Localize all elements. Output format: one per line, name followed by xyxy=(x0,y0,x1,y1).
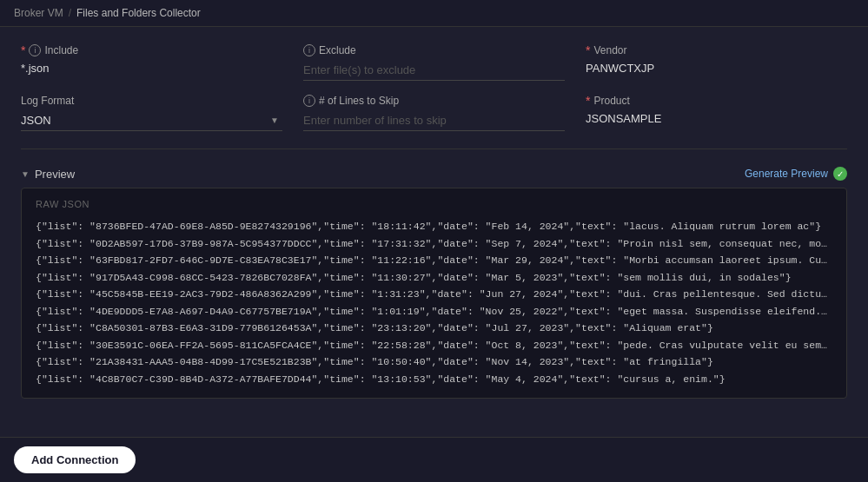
exclude-input[interactable] xyxy=(303,60,565,81)
preview-chevron-icon: ▼ xyxy=(21,169,30,179)
divider xyxy=(21,149,847,149)
generate-preview-label: Generate Preview xyxy=(745,168,828,180)
add-connection-button[interactable]: Add Connection xyxy=(14,446,136,473)
bottom-bar: Add Connection xyxy=(0,437,868,482)
log-format-group: Log Format JSON CSV XML ▼ xyxy=(21,95,282,131)
vendor-value: PANWCTXJP xyxy=(586,60,847,76)
json-lines-container: {"list": "8736BFED-47AD-69E8-A85D-9E8274… xyxy=(36,218,832,387)
include-group: * i Include *.json xyxy=(21,44,282,81)
json-line: {"list": "917D5A43-C998-68CC-5423-7826BC… xyxy=(36,269,832,287)
breadcrumb-separator: / xyxy=(69,7,71,19)
lines-to-skip-label: i # of Lines to Skip xyxy=(303,95,565,107)
log-format-select[interactable]: JSON CSV XML xyxy=(21,110,282,130)
include-required-marker: * xyxy=(21,44,25,56)
preview-section: ▼ Preview Generate Preview ✓ RAW JSON {"… xyxy=(21,167,847,399)
product-group: * Product JSONSAMPLE xyxy=(586,95,847,131)
product-required-marker: * xyxy=(586,95,590,107)
product-value: JSONSAMPLE xyxy=(586,110,847,127)
preview-header: ▼ Preview Generate Preview ✓ xyxy=(21,167,847,181)
vendor-required-marker: * xyxy=(586,44,590,56)
main-content: * i Include *.json i Exclude * Vendor PA… xyxy=(0,27,868,416)
generate-check-icon: ✓ xyxy=(833,167,847,181)
lines-info-icon[interactable]: i xyxy=(303,95,315,107)
breadcrumb-current: Files and Folders Collector xyxy=(76,7,201,19)
log-format-label: Log Format xyxy=(21,95,282,107)
exclude-group: i Exclude xyxy=(303,44,565,81)
preview-box: RAW JSON {"list": "8736BFED-47AD-69E8-A8… xyxy=(21,188,847,399)
json-line: {"list": "4DE9DDD5-E7A8-A697-D4A9-C67757… xyxy=(36,303,832,320)
include-info-icon[interactable]: i xyxy=(29,44,41,56)
json-line: {"list": "4C8B70C7-C39D-8B4D-A372-A77BAF… xyxy=(36,371,832,388)
breadcrumb-bar: Broker VM / Files and Folders Collector xyxy=(0,0,868,27)
generate-preview-button[interactable]: Generate Preview ✓ xyxy=(745,167,847,181)
raw-json-label: RAW JSON xyxy=(36,199,832,209)
preview-label: Preview xyxy=(35,168,75,181)
lines-to-skip-input[interactable] xyxy=(303,110,565,131)
json-line: {"list": "63FBD817-2FD7-646C-9D7E-C83EA7… xyxy=(36,252,832,269)
preview-toggle[interactable]: ▼ Preview xyxy=(21,168,75,181)
json-line: {"list": "30E3591C-06EA-FF2A-5695-811CA5… xyxy=(36,337,832,354)
vendor-label: * Vendor xyxy=(586,44,847,56)
breadcrumb-parent[interactable]: Broker VM xyxy=(14,7,63,19)
json-line: {"list": "21A38431-AAA5-04B8-4D99-17C5E5… xyxy=(36,353,832,371)
lines-to-skip-group: i # of Lines to Skip xyxy=(303,95,565,131)
json-line: {"list": "0D2AB597-17D6-37B9-987A-5C9543… xyxy=(36,235,832,253)
log-format-select-wrapper: JSON CSV XML ▼ xyxy=(21,110,282,131)
json-line: {"list": "8736BFED-47AD-69E8-A85D-9E8274… xyxy=(36,218,832,235)
form-grid: * i Include *.json i Exclude * Vendor PA… xyxy=(21,44,847,131)
include-value: *.json xyxy=(21,60,282,76)
json-line: {"list": "45C5845B-EE19-2AC3-79D2-486A83… xyxy=(36,286,832,303)
exclude-info-icon[interactable]: i xyxy=(303,44,315,56)
vendor-group: * Vendor PANWCTXJP xyxy=(586,44,847,81)
json-line: {"list": "C8A50301-87B3-E6A3-31D9-779B61… xyxy=(36,320,832,337)
exclude-label: i Exclude xyxy=(303,44,565,56)
include-label: * i Include xyxy=(21,44,282,56)
product-label: * Product xyxy=(586,95,847,107)
